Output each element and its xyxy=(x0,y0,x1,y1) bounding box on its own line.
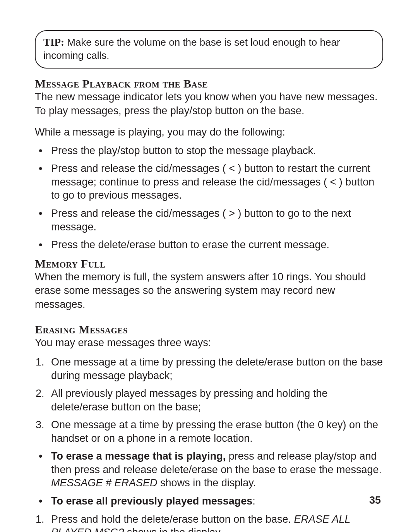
list-item: To erase a message that is playing, pres… xyxy=(35,450,383,490)
list-item: Press the delete/erase button to erase t… xyxy=(35,238,383,252)
text: shows in the display. xyxy=(124,527,223,532)
tip-box: TIP: Make sure the volume on the base is… xyxy=(35,30,383,69)
bold-text: To erase all previously played messages xyxy=(51,495,252,507)
list-item: Press and release the cid/messages ( > )… xyxy=(35,207,383,233)
text: Press and hold the delete/erase button o… xyxy=(51,513,294,525)
paragraph: You may erase messages three ways: xyxy=(35,336,383,350)
paragraph: When the memory is full, the system answ… xyxy=(35,270,383,312)
paragraph: The new message indicator lets you know … xyxy=(35,90,383,118)
italic-text: MESSAGE # ERASED xyxy=(51,477,158,489)
bold-text: To erase a message that is playing, xyxy=(51,450,226,462)
heading-playback: Message Playback from the Base xyxy=(35,77,383,90)
bullet-list: To erase a message that is playing, pres… xyxy=(35,450,383,508)
tip-text: Make sure the volume on the base is set … xyxy=(43,36,340,61)
text: shows in the display. xyxy=(158,477,256,489)
list-item: One message at a time by pressing the de… xyxy=(35,355,383,382)
list-item: Press and hold the delete/erase button o… xyxy=(35,513,383,532)
paragraph: While a message is playing, you may do t… xyxy=(35,125,383,139)
numbered-list: One message at a time by pressing the de… xyxy=(35,355,383,445)
numbered-list: Press and hold the delete/erase button o… xyxy=(35,513,383,532)
tip-label: TIP: xyxy=(43,36,64,48)
bullet-list: Press the play/stop button to stop the m… xyxy=(35,144,383,252)
list-item: One message at a time by pressing the er… xyxy=(35,418,383,445)
text: : xyxy=(252,495,255,507)
heading-erasing: Erasing Messages xyxy=(35,323,383,336)
list-item: Press and release the cid/messages ( < )… xyxy=(35,162,383,202)
list-item: To erase all previously played messages: xyxy=(35,494,383,508)
document-page: TIP: Make sure the volume on the base is… xyxy=(35,30,383,532)
heading-memory-full: Memory Full xyxy=(35,257,383,270)
list-item: Press the play/stop button to stop the m… xyxy=(35,144,383,158)
list-item: All previously played messages by pressi… xyxy=(35,387,383,414)
page-number: 35 xyxy=(369,494,381,506)
